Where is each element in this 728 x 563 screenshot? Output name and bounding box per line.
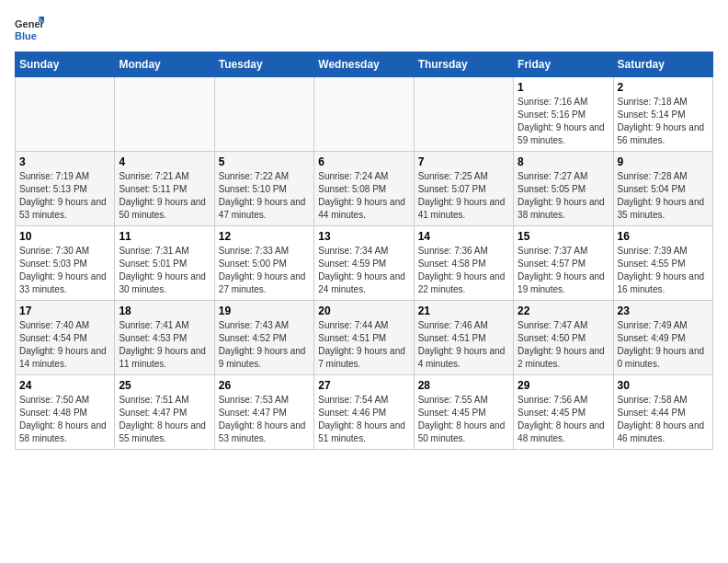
- day-number: 8: [518, 155, 609, 168]
- day-info: Sunrise: 7:44 AM Sunset: 4:51 PM Dayligh…: [318, 319, 409, 371]
- logo-text: General Blue: [15, 15, 44, 44]
- logo: General Blue: [15, 15, 44, 44]
- day-info: Sunrise: 7:25 AM Sunset: 5:07 PM Dayligh…: [418, 170, 509, 222]
- header-row: SundayMondayTuesdayWednesdayThursdayFrid…: [16, 52, 713, 77]
- calendar-cell: 10Sunrise: 7:30 AM Sunset: 5:03 PM Dayli…: [16, 226, 115, 301]
- day-info: Sunrise: 7:39 AM Sunset: 4:55 PM Dayligh…: [618, 245, 709, 296]
- calendar-cell: 30Sunrise: 7:58 AM Sunset: 4:44 PM Dayli…: [613, 375, 712, 450]
- week-row-1: 3Sunrise: 7:19 AM Sunset: 5:13 PM Daylig…: [16, 152, 713, 226]
- calendar-cell: 28Sunrise: 7:55 AM Sunset: 4:45 PM Dayli…: [414, 375, 513, 450]
- day-number: 5: [219, 155, 310, 168]
- header: General Blue: [15, 15, 713, 44]
- calendar-cell: 5Sunrise: 7:22 AM Sunset: 5:10 PM Daylig…: [214, 152, 313, 226]
- day-info: Sunrise: 7:28 AM Sunset: 5:04 PM Dayligh…: [618, 170, 709, 222]
- calendar-cell: 25Sunrise: 7:51 AM Sunset: 4:47 PM Dayli…: [115, 375, 214, 450]
- calendar-cell: 22Sunrise: 7:47 AM Sunset: 4:50 PM Dayli…: [514, 301, 613, 375]
- day-number: 14: [418, 230, 509, 243]
- day-number: 28: [418, 379, 509, 392]
- header-day-friday: Friday: [514, 52, 613, 77]
- calendar-cell: 11Sunrise: 7:31 AM Sunset: 5:01 PM Dayli…: [115, 226, 214, 301]
- day-info: Sunrise: 7:50 AM Sunset: 4:48 PM Dayligh…: [19, 394, 110, 445]
- calendar-cell: 8Sunrise: 7:27 AM Sunset: 5:05 PM Daylig…: [514, 152, 613, 226]
- calendar-cell: 21Sunrise: 7:46 AM Sunset: 4:51 PM Dayli…: [414, 301, 513, 375]
- day-info: Sunrise: 7:36 AM Sunset: 4:58 PM Dayligh…: [418, 245, 509, 296]
- day-info: Sunrise: 7:56 AM Sunset: 4:45 PM Dayligh…: [518, 394, 609, 445]
- day-number: 4: [119, 155, 210, 168]
- logo-bird-icon: General Blue: [15, 15, 44, 44]
- day-number: 15: [518, 230, 609, 243]
- svg-text:Blue: Blue: [15, 30, 37, 41]
- day-info: Sunrise: 7:33 AM Sunset: 5:00 PM Dayligh…: [219, 245, 310, 296]
- calendar-cell: 19Sunrise: 7:43 AM Sunset: 4:52 PM Dayli…: [214, 301, 313, 375]
- day-info: Sunrise: 7:21 AM Sunset: 5:11 PM Dayligh…: [119, 170, 210, 222]
- week-row-0: 1Sunrise: 7:16 AM Sunset: 5:16 PM Daylig…: [16, 77, 713, 152]
- day-number: 1: [518, 81, 609, 94]
- day-number: 13: [318, 230, 409, 243]
- calendar-cell: [314, 77, 414, 152]
- day-number: 24: [19, 379, 110, 392]
- header-day-thursday: Thursday: [414, 52, 513, 77]
- calendar-cell: 3Sunrise: 7:19 AM Sunset: 5:13 PM Daylig…: [16, 152, 115, 226]
- week-row-4: 24Sunrise: 7:50 AM Sunset: 4:48 PM Dayli…: [16, 375, 713, 450]
- day-info: Sunrise: 7:49 AM Sunset: 4:49 PM Dayligh…: [618, 319, 709, 371]
- calendar-cell: 1Sunrise: 7:16 AM Sunset: 5:16 PM Daylig…: [514, 77, 613, 152]
- calendar-table: SundayMondayTuesdayWednesdayThursdayFrid…: [15, 52, 713, 450]
- calendar-cell: 14Sunrise: 7:36 AM Sunset: 4:58 PM Dayli…: [414, 226, 513, 301]
- day-info: Sunrise: 7:43 AM Sunset: 4:52 PM Dayligh…: [219, 319, 310, 371]
- calendar-cell: 24Sunrise: 7:50 AM Sunset: 4:48 PM Dayli…: [16, 375, 115, 450]
- day-number: 18: [119, 304, 210, 317]
- calendar-cell: 26Sunrise: 7:53 AM Sunset: 4:47 PM Dayli…: [214, 375, 313, 450]
- header-day-wednesday: Wednesday: [314, 52, 414, 77]
- calendar-cell: [115, 77, 214, 152]
- day-number: 22: [518, 304, 609, 317]
- calendar-cell: 15Sunrise: 7:37 AM Sunset: 4:57 PM Dayli…: [514, 226, 613, 301]
- day-info: Sunrise: 7:37 AM Sunset: 4:57 PM Dayligh…: [518, 245, 609, 296]
- header-day-sunday: Sunday: [16, 52, 115, 77]
- day-number: 3: [19, 155, 110, 168]
- calendar-cell: 27Sunrise: 7:54 AM Sunset: 4:46 PM Dayli…: [314, 375, 414, 450]
- calendar-cell: [214, 77, 313, 152]
- calendar-cell: [414, 77, 513, 152]
- day-number: 11: [119, 230, 210, 243]
- calendar-cell: 12Sunrise: 7:33 AM Sunset: 5:00 PM Dayli…: [214, 226, 313, 301]
- calendar-cell: 17Sunrise: 7:40 AM Sunset: 4:54 PM Dayli…: [16, 301, 115, 375]
- day-info: Sunrise: 7:19 AM Sunset: 5:13 PM Dayligh…: [19, 170, 110, 222]
- day-number: 16: [618, 230, 709, 243]
- day-info: Sunrise: 7:41 AM Sunset: 4:53 PM Dayligh…: [119, 319, 210, 371]
- day-info: Sunrise: 7:34 AM Sunset: 4:59 PM Dayligh…: [318, 245, 409, 296]
- header-day-monday: Monday: [115, 52, 214, 77]
- calendar-cell: 20Sunrise: 7:44 AM Sunset: 4:51 PM Dayli…: [314, 301, 414, 375]
- day-info: Sunrise: 7:53 AM Sunset: 4:47 PM Dayligh…: [219, 394, 310, 445]
- calendar-cell: 9Sunrise: 7:28 AM Sunset: 5:04 PM Daylig…: [613, 152, 712, 226]
- day-number: 25: [119, 379, 210, 392]
- calendar-cell: 13Sunrise: 7:34 AM Sunset: 4:59 PM Dayli…: [314, 226, 414, 301]
- day-number: 20: [318, 304, 409, 317]
- day-number: 27: [318, 379, 409, 392]
- day-number: 26: [219, 379, 310, 392]
- day-number: 17: [19, 304, 110, 317]
- week-row-2: 10Sunrise: 7:30 AM Sunset: 5:03 PM Dayli…: [16, 226, 713, 301]
- day-number: 9: [618, 155, 709, 168]
- day-number: 19: [219, 304, 310, 317]
- day-info: Sunrise: 7:24 AM Sunset: 5:08 PM Dayligh…: [318, 170, 409, 222]
- day-info: Sunrise: 7:16 AM Sunset: 5:16 PM Dayligh…: [518, 96, 609, 147]
- calendar-cell: 23Sunrise: 7:49 AM Sunset: 4:49 PM Dayli…: [613, 301, 712, 375]
- day-number: 30: [618, 379, 709, 392]
- day-info: Sunrise: 7:54 AM Sunset: 4:46 PM Dayligh…: [318, 394, 409, 445]
- week-row-3: 17Sunrise: 7:40 AM Sunset: 4:54 PM Dayli…: [16, 301, 713, 375]
- calendar-cell: 2Sunrise: 7:18 AM Sunset: 5:14 PM Daylig…: [613, 77, 712, 152]
- calendar-cell: 16Sunrise: 7:39 AM Sunset: 4:55 PM Dayli…: [613, 226, 712, 301]
- header-day-tuesday: Tuesday: [214, 52, 313, 77]
- day-info: Sunrise: 7:40 AM Sunset: 4:54 PM Dayligh…: [19, 319, 110, 371]
- day-info: Sunrise: 7:58 AM Sunset: 4:44 PM Dayligh…: [618, 394, 709, 445]
- day-info: Sunrise: 7:18 AM Sunset: 5:14 PM Dayligh…: [618, 96, 709, 147]
- day-info: Sunrise: 7:46 AM Sunset: 4:51 PM Dayligh…: [418, 319, 509, 371]
- calendar-cell: 18Sunrise: 7:41 AM Sunset: 4:53 PM Dayli…: [115, 301, 214, 375]
- calendar-cell: [16, 77, 115, 152]
- day-number: 21: [418, 304, 509, 317]
- calendar-cell: 4Sunrise: 7:21 AM Sunset: 5:11 PM Daylig…: [115, 152, 214, 226]
- header-day-saturday: Saturday: [613, 52, 712, 77]
- day-number: 12: [219, 230, 310, 243]
- day-number: 29: [518, 379, 609, 392]
- calendar-cell: 7Sunrise: 7:25 AM Sunset: 5:07 PM Daylig…: [414, 152, 513, 226]
